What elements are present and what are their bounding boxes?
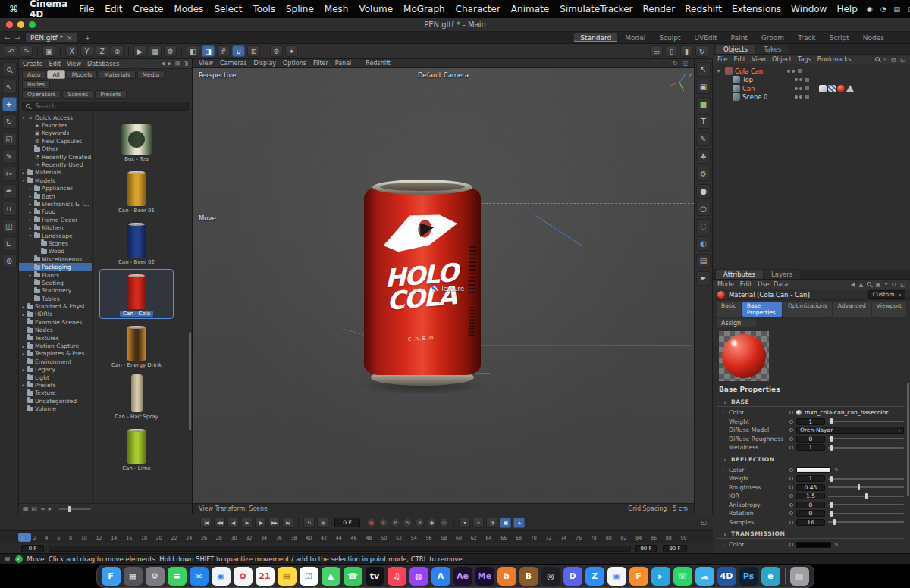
filter-operators[interactable]: Operators <box>22 90 61 99</box>
paint-icon[interactable]: ✒ <box>696 271 711 286</box>
asset-can-energy-drink[interactable]: Can - Energy Drink <box>100 321 173 370</box>
minimize-button[interactable] <box>17 21 24 28</box>
gear-icon[interactable]: ⚙ <box>270 45 283 57</box>
grid-view-icon[interactable]: ▦ <box>23 505 29 512</box>
material-tab-viewport[interactable]: Viewport <box>872 302 906 317</box>
asset-menu-view[interactable]: View <box>67 61 81 67</box>
back-icon[interactable]: ← <box>5 34 11 42</box>
search-icon[interactable] <box>867 282 871 286</box>
generator-icon[interactable]: ⚙ <box>696 167 711 181</box>
viewport-menu-options[interactable]: Options <box>283 60 306 67</box>
back-icon[interactable]: ◀ <box>161 61 165 67</box>
tree-item-seating[interactable]: Seating <box>19 279 92 286</box>
dock-item-obs[interactable]: ◎ <box>541 567 560 586</box>
dock-item-firefox[interactable]: F <box>629 567 648 586</box>
deformer-icon[interactable]: ◌ <box>696 219 711 233</box>
target-icon[interactable]: ⌖ <box>884 280 887 288</box>
capsule-icon[interactable]: ♣ <box>696 149 711 164</box>
cola-can-model[interactable]: HOLO COLA C.R.E.D. <box>364 180 481 386</box>
tree-item-materials[interactable]: ▸Materials <box>19 169 92 177</box>
dock-item-reminders[interactable]: ☑ <box>300 567 318 586</box>
animation-dot[interactable] <box>789 468 793 472</box>
tree-item-uncategorized[interactable]: Uncategorized <box>19 397 92 405</box>
slider-handle[interactable] <box>68 506 71 512</box>
color-swatch[interactable] <box>796 542 831 548</box>
expand-arrow-icon[interactable]: ▸ <box>21 352 26 356</box>
menu-volume[interactable]: Volume <box>359 4 393 14</box>
tree-item-recently-used[interactable]: ◔Recently Used <box>19 161 92 168</box>
axis-orientation-gizmo[interactable]: z <box>669 73 693 94</box>
material-tag[interactable] <box>837 85 845 92</box>
tree-item-templates-presets[interactable]: ▸Templates & Presets <box>19 350 92 358</box>
render-settings-button[interactable]: ⚙ <box>164 45 177 57</box>
quantize-icon[interactable]: ⊞ <box>247 45 260 57</box>
undo-icon[interactable]: ↶ <box>5 45 17 57</box>
slider-handle[interactable] <box>858 484 860 490</box>
value-field[interactable]: 1 <box>796 418 825 425</box>
viewport-menu-view[interactable]: View <box>199 60 213 67</box>
tree-item-textures[interactable]: Textures <box>19 334 92 342</box>
dock-item-cloud[interactable]: ☁ <box>695 567 714 586</box>
expand-arrow-icon[interactable]: ▸ <box>28 273 33 277</box>
tree-item-electronics-techno[interactable]: ▸Electronics & Techno <box>19 200 92 208</box>
layout-split-icon[interactable]: ▯ <box>665 45 678 57</box>
slider-track[interactable] <box>828 513 904 514</box>
asset-box-tea[interactable]: Box - Tea <box>100 115 173 164</box>
attributes-menu-user-data[interactable]: User Data <box>758 281 788 288</box>
panel-icon[interactable]: ▤ <box>175 61 180 67</box>
color-swatch[interactable] <box>796 467 831 473</box>
previous-key-button[interactable]: ◀◀ <box>214 518 225 528</box>
expand-arrow-icon[interactable]: ▸ <box>28 226 33 230</box>
expand-arrow-icon[interactable]: ▾ <box>28 233 33 238</box>
filter-presets[interactable]: Presets <box>95 90 126 99</box>
objects-menu-file[interactable]: File <box>717 56 727 63</box>
next-key-button[interactable]: ▶▶ <box>268 518 280 528</box>
expand-arrow-icon[interactable]: ▸ <box>28 217 33 222</box>
dock-item-blender[interactable]: b <box>497 567 516 586</box>
menu-tools[interactable]: Tools <box>253 4 275 14</box>
magnet-tool[interactable]: ∪ <box>2 202 17 216</box>
forward-icon[interactable]: ▶ <box>168 61 171 67</box>
go-to-start-button[interactable]: |◀ <box>200 518 212 528</box>
expander-icon[interactable]: › <box>722 467 726 473</box>
asset-can-lime[interactable]: Can - Lime <box>100 424 173 473</box>
key-icon[interactable]: ✦ <box>285 45 298 57</box>
slider-track[interactable] <box>828 496 904 497</box>
refresh-icon[interactable]: ↻ <box>673 60 678 67</box>
enable-toggle[interactable] <box>805 86 809 90</box>
dock-item-after-effects[interactable]: Ae <box>453 567 472 586</box>
magnet-icon[interactable]: ∪ <box>472 518 484 528</box>
range-start-field[interactable]: 0 F <box>21 545 44 552</box>
dock-item-tv[interactable]: tv <box>366 567 384 586</box>
pointer-icon[interactable]: ↖ <box>696 62 711 77</box>
attributes-menu-mode[interactable]: Mode <box>717 281 734 288</box>
expand-arrow-icon[interactable]: ▸ <box>21 344 26 349</box>
animation-dot[interactable] <box>789 411 793 414</box>
menu-help[interactable]: Help <box>836 4 857 14</box>
expand-arrow-icon[interactable]: ▸ <box>21 305 26 309</box>
tab-layers[interactable]: Layers <box>764 270 800 279</box>
key-scale-button[interactable]: S <box>403 518 413 527</box>
attributes-scrollbar[interactable] <box>907 383 909 496</box>
tree-item-wood[interactable]: Wood <box>19 248 92 255</box>
menu-edit[interactable]: Edit <box>105 4 122 14</box>
menu-mograph[interactable]: MoGraph <box>403 4 445 14</box>
expand-arrow-icon[interactable]: ▸ <box>21 383 26 387</box>
dock-item-calendar[interactable]: 21 <box>256 567 275 586</box>
rotate-tool[interactable]: ↻ <box>2 114 17 129</box>
sphere-icon[interactable]: ● <box>696 184 711 199</box>
menu-redshift[interactable]: Redshift <box>685 4 722 14</box>
zoom-button[interactable] <box>29 21 36 28</box>
dock-item-maps[interactable]: ▲ <box>322 567 340 586</box>
search-icon[interactable] <box>875 57 880 61</box>
tree-item-new-capsules[interactable]: ◍New Capsules <box>19 137 92 145</box>
tab-objects[interactable]: Objects <box>716 45 755 54</box>
animation-dot[interactable] <box>789 437 793 441</box>
tree-item-environment[interactable]: Environment <box>19 358 92 365</box>
forward-icon[interactable]: → <box>15 34 21 42</box>
lock-y-axis-button[interactable]: Y <box>80 45 93 57</box>
tab-takes[interactable]: Takes <box>756 45 789 54</box>
expand-arrow-icon[interactable]: ▸ <box>28 210 33 214</box>
snap-icon[interactable]: ∪ <box>232 45 245 57</box>
tree-item-plants[interactable]: ▸Plants <box>19 271 92 279</box>
